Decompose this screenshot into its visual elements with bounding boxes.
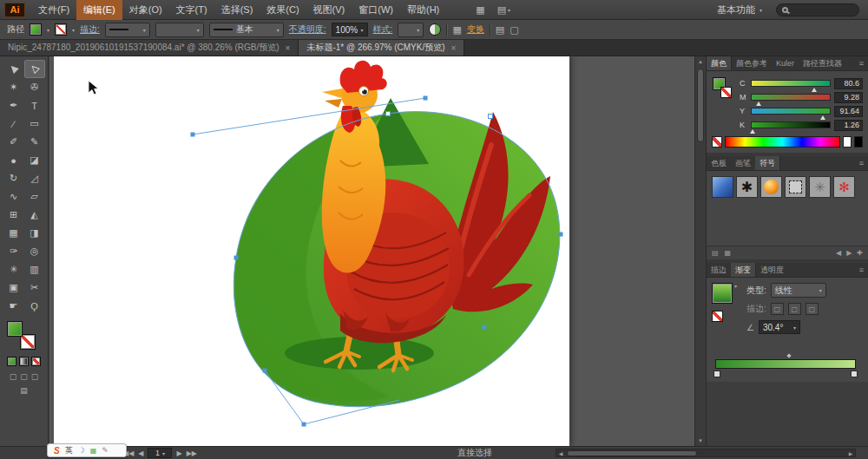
color-spectrum-bar[interactable] xyxy=(725,136,840,148)
symbol-sprayer-tool[interactable]: ✳ xyxy=(3,260,24,279)
gradient-angle-field[interactable]: 30.4° ▾ xyxy=(759,320,800,334)
none-button[interactable] xyxy=(31,357,41,366)
style-link[interactable]: 样式: xyxy=(373,23,393,36)
eraser-tool[interactable]: ◪ xyxy=(24,151,45,169)
last-artboard-button[interactable]: ▶▶ xyxy=(187,449,197,457)
rectangle-tool[interactable]: ▭ xyxy=(24,115,45,133)
gradient-tool[interactable]: ◨ xyxy=(24,224,45,242)
magenta-slider[interactable] xyxy=(751,94,831,101)
stroke-link[interactable]: 描边: xyxy=(80,23,100,36)
artboard[interactable] xyxy=(54,56,569,446)
ime-language-indicator[interactable]: 英 xyxy=(65,445,73,456)
menu-help[interactable]: 帮助(H) xyxy=(400,0,446,20)
gradient-midpoint-handle[interactable] xyxy=(786,352,792,359)
document-tab-2[interactable]: 未标题-1* @ 266.97% (CMYK/预览) × xyxy=(299,40,464,56)
type-tool[interactable]: T xyxy=(24,96,45,115)
menu-select[interactable]: 选择(S) xyxy=(214,0,260,20)
yellow-slider[interactable] xyxy=(751,108,831,115)
magic-wand-tool[interactable]: ✶ xyxy=(3,78,24,96)
stroke-along-icon[interactable]: ▢ xyxy=(788,303,801,315)
mesh-tool[interactable]: ▦ xyxy=(3,224,24,242)
color-button[interactable] xyxy=(7,357,16,366)
search-input[interactable] xyxy=(792,5,853,15)
none-swatch[interactable] xyxy=(712,136,722,148)
scroll-right-icon[interactable]: ▶ xyxy=(846,249,852,257)
stroke-weight-select[interactable]: ▾ xyxy=(105,23,150,37)
tab-stroke[interactable]: 描边 xyxy=(707,263,731,277)
arrange-documents-icon[interactable]: ▤ ▾ xyxy=(497,4,510,16)
menu-object[interactable]: 对象(O) xyxy=(122,0,169,20)
search-box[interactable] xyxy=(776,3,859,16)
stroke-color-swatch[interactable] xyxy=(55,23,67,36)
shape-builder-tool[interactable]: ⊞ xyxy=(3,206,24,224)
blob-brush-tool[interactable]: ● xyxy=(3,151,24,169)
horizontal-scroll-thumb[interactable] xyxy=(567,450,697,456)
menu-effect[interactable]: 效果(C) xyxy=(260,0,306,20)
draw-inside-icon[interactable]: ▢ xyxy=(31,372,39,381)
gradient-button[interactable] xyxy=(19,357,29,366)
tab-transparency[interactable]: 透明度 xyxy=(756,263,788,277)
eyedropper-tool[interactable]: ✑ xyxy=(3,242,24,260)
black-slider[interactable] xyxy=(751,121,831,128)
horizontal-scrollbar[interactable]: ◀ ▶ xyxy=(556,449,856,457)
menu-type[interactable]: 文字(T) xyxy=(169,0,214,20)
tab-swatches[interactable]: 色板 xyxy=(707,156,731,170)
black-slider-thumb[interactable] xyxy=(750,129,755,134)
stroke-within-icon[interactable]: ▢ xyxy=(771,303,784,315)
isolate-selection-icon[interactable]: ▢ xyxy=(510,24,518,36)
symbol-place-icon[interactable]: ▦ xyxy=(725,249,732,257)
style-select[interactable]: ▾ xyxy=(398,23,424,37)
prev-artboard-button[interactable]: ◀ xyxy=(138,449,143,457)
fill-color-swatch[interactable] xyxy=(30,23,42,36)
app-logo[interactable]: Ai xyxy=(4,3,25,17)
artboard-number-field[interactable]: 1 ▾ xyxy=(148,448,172,458)
gradient-type-select[interactable]: 线性 ▾ xyxy=(771,283,826,298)
gradient-none-swatch[interactable] xyxy=(712,311,723,322)
fill-caret-icon[interactable]: ▾ xyxy=(47,27,49,33)
free-transform-tool[interactable]: ▱ xyxy=(24,187,45,206)
cyan-slider-thumb[interactable] xyxy=(812,88,817,92)
vertical-scroll-thumb[interactable] xyxy=(697,69,704,142)
perspective-grid-tool[interactable]: ◭ xyxy=(24,206,45,224)
cyan-slider[interactable] xyxy=(751,80,831,87)
gradient-ramp[interactable] xyxy=(715,359,856,369)
document-setup-icon[interactable]: ▦ xyxy=(452,24,461,36)
recolor-artwork-icon[interactable] xyxy=(429,23,441,36)
artboard-tool[interactable]: ▣ xyxy=(3,279,24,297)
gradient-stop-left[interactable] xyxy=(713,370,720,377)
rotate-tool[interactable]: ↻ xyxy=(3,169,24,187)
tab-brushes[interactable]: 画笔 xyxy=(731,156,755,170)
tab-gradient[interactable]: 渐变 xyxy=(731,263,756,277)
paintbrush-tool[interactable]: ✐ xyxy=(3,133,24,151)
column-graph-tool[interactable]: ▥ xyxy=(24,260,45,279)
selection-tool[interactable]: ▶ xyxy=(3,60,24,78)
bridge-icon[interactable]: ▦ xyxy=(476,4,484,16)
menu-file[interactable]: 文件(F) xyxy=(31,0,76,20)
black-swatch[interactable] xyxy=(854,136,863,148)
panel-menu-icon[interactable]: ≡ xyxy=(859,59,868,68)
draw-behind-icon[interactable]: ▢ xyxy=(20,372,28,381)
stroke-caret-icon[interactable]: ▾ xyxy=(72,27,75,33)
symbol-libraries-icon[interactable]: ▤ xyxy=(712,249,719,257)
workspace-switcher[interactable]: 基本功能 ▾ xyxy=(717,3,762,16)
brush-definition-select[interactable]: 基本 ▾ xyxy=(209,23,284,37)
stroke-across-icon[interactable]: ▢ xyxy=(806,303,819,315)
caret-down-icon[interactable]: ▾ xyxy=(734,283,737,289)
red-flower-symbol[interactable]: ✻ xyxy=(833,176,855,198)
magenta-slider-thumb[interactable] xyxy=(756,102,761,106)
keyboard-icon[interactable]: ▦ xyxy=(90,447,97,455)
tab-kuler[interactable]: Kuler xyxy=(772,56,799,70)
pen-tool[interactable]: ✒ xyxy=(3,96,24,115)
next-artboard-button[interactable]: ▶ xyxy=(176,449,181,457)
opacity-field[interactable]: 100% ▾ xyxy=(332,23,368,36)
line-segment-tool[interactable]: ∕ xyxy=(3,115,24,133)
scroll-right-icon[interactable]: ▶ xyxy=(846,450,855,456)
ink-splat-symbol[interactable]: ✱ xyxy=(736,176,758,198)
tab-color[interactable]: 颜色 xyxy=(707,56,732,70)
scroll-down-icon[interactable]: ▼ xyxy=(695,438,706,443)
hand-tool[interactable]: ☛ xyxy=(3,297,24,315)
scroll-left-icon[interactable]: ◀ xyxy=(836,249,841,257)
new-symbol-icon[interactable]: ✚ xyxy=(857,249,863,257)
panel-menu-icon[interactable]: ≡ xyxy=(859,266,868,274)
tab-color-guide[interactable]: 颜色参考 xyxy=(732,56,772,70)
